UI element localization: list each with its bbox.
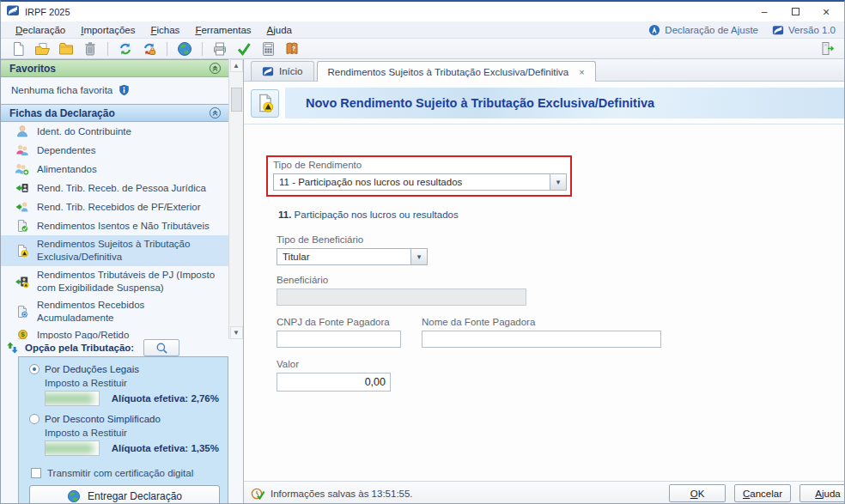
statusbar: Informações salvas às 13:51:55. OK Cance… — [244, 481, 844, 504]
imposto-restituir-value-redacted — [45, 440, 100, 456]
coin-hand-icon: $ — [15, 329, 29, 339]
scroll-up-icon[interactable]: ▲ — [230, 59, 243, 72]
green-blue-arrows-icon — [6, 341, 19, 355]
cnpj-label: CNPJ da Fonte Pagadora — [277, 317, 401, 327]
ok-button[interactable]: OK — [669, 484, 726, 502]
help-button[interactable]: Ajuda — [799, 484, 845, 502]
search-icon — [155, 342, 168, 355]
beneficiario-label: Beneficiário — [277, 275, 844, 285]
cnpj-input[interactable] — [277, 331, 401, 348]
form-body: Tipo de Rendimento 11 - Participação nos… — [244, 124, 844, 481]
page-title: Novo Rendimento Sujeito à Tributação Exc… — [285, 88, 844, 118]
green-arrow-document-warning-icon — [15, 275, 29, 288]
close-button[interactable]: × — [812, 3, 841, 21]
beneficiario-input — [277, 288, 526, 306]
tax-option-row: Opção pela Tributação: — [1, 339, 243, 356]
tabbar: Início Rendimentos Sujeitos à Tributação… — [244, 59, 844, 82]
entregar-declaracao-button[interactable]: Entregar Declaração — [29, 485, 220, 504]
chevron-down-icon[interactable]: ▾ — [550, 174, 566, 190]
globe-icon — [67, 489, 81, 503]
tab-rendimentos-exclusiva[interactable]: Rendimentos Sujeitos à Tributação Exclus… — [317, 61, 596, 82]
radio-deducoes-legais[interactable]: Por Deduções Legais — [29, 364, 219, 374]
menu-ferramentas[interactable]: Ferramentas — [187, 23, 258, 37]
valor-input[interactable] — [277, 373, 391, 392]
verify-icon[interactable] — [234, 39, 254, 58]
maximize-button[interactable] — [781, 3, 810, 21]
letter-a-badge-icon — [648, 24, 660, 36]
sidebar-scrollbar[interactable]: ▲ ▼ — [228, 59, 243, 339]
minimize-button[interactable]: – — [750, 3, 779, 21]
people-plus-icon — [15, 162, 29, 176]
irpf-logo-icon — [772, 24, 784, 36]
menu-importacoes[interactable]: Importações — [73, 23, 143, 37]
checkbox-icon[interactable] — [31, 468, 41, 478]
menu-fichas[interactable]: Fichas — [143, 23, 187, 37]
cancel-button[interactable]: Cancelar — [734, 484, 791, 502]
collapse-icon[interactable] — [209, 62, 222, 75]
help-book-icon[interactable]: ? — [282, 39, 302, 58]
tax-option-panel: Por Deduções Legais Imposto a Restituir … — [18, 356, 228, 504]
tipo-rendimento-select[interactable]: 11 - Participação nos lucros ou resultad… — [273, 173, 567, 191]
valor-label: Valor — [277, 359, 844, 369]
radio-desconto-simplificado[interactable]: Por Desconto Simplificado — [29, 414, 219, 424]
sidebar-item-imposto-pago[interactable]: $ Imposto Pago/Retido — [1, 326, 228, 339]
aliquota-efetiva-simplificado: Alíquota efetiva: 1,35% — [112, 443, 219, 453]
nome-fonte-input[interactable] — [422, 331, 661, 348]
transmit-declaration-icon[interactable] — [115, 39, 136, 58]
app-window: IRPF 2025 – × Declaração Importações Fic… — [0, 0, 845, 504]
scrollbar-thumb[interactable] — [231, 88, 242, 112]
aliquota-efetiva-deducoes: Alíquota efetiva: 2,76% — [112, 393, 219, 404]
print-icon[interactable] — [210, 39, 230, 58]
transmit-with-certificate-icon[interactable] — [139, 39, 160, 58]
new-declaration-icon[interactable] — [8, 39, 28, 58]
imposto-restituir-label: Imposto a Restituir — [45, 378, 219, 388]
document-check-icon — [15, 219, 29, 233]
sidebar-item-rend-trib-pj[interactable]: Rend. Trib. Receb. de Pessoa Jurídica — [1, 179, 228, 197]
sidebar-item-rend-trib-pf-exterior[interactable]: Rend. Trib. Recebidos de PF/Exterior — [1, 197, 228, 216]
scroll-down-icon[interactable]: ▼ — [230, 326, 243, 339]
sidebar-item-alimentandos[interactable]: Alimentandos — [1, 160, 228, 179]
radio-icon[interactable] — [29, 414, 40, 424]
status-message: Informações salvas às 13:51:55. — [251, 486, 413, 501]
tipo-beneficiario-label: Tipo de Beneficiário — [277, 234, 844, 245]
titlebar: IRPF 2025 – × — [1, 2, 844, 21]
exit-icon[interactable] — [817, 39, 837, 58]
sidebar-item-rend-acumulados[interactable]: Rendimentos Recebidos Acumuladamente — [1, 297, 228, 326]
collapse-icon[interactable] — [209, 106, 222, 119]
svg-text:?: ? — [292, 46, 295, 52]
sidebar: Favoritos Nenhuma ficha favorita Fichas … — [1, 59, 244, 504]
fichas-header[interactable]: Fichas da Declaração — [1, 104, 228, 122]
menu-ajuda[interactable]: Ajuda — [259, 23, 300, 37]
sidebar-item-rend-isentos[interactable]: Rendimentos Isentos e Não Tributáveis — [1, 216, 228, 235]
tipo-beneficiario-select[interactable]: Titular ▾ — [277, 248, 428, 265]
nome-fonte-label: Nome da Fonte Pagadora — [422, 317, 661, 327]
menu-declaracao[interactable]: Declaração — [8, 23, 73, 37]
delete-icon[interactable] — [80, 39, 100, 58]
chevron-down-icon[interactable]: ▾ — [410, 249, 427, 264]
green-arrow-person-icon — [15, 200, 29, 214]
calculator-icon[interactable] — [258, 39, 278, 58]
toolbar-separator — [107, 42, 108, 56]
version-badge: Versão 1.0 — [772, 24, 836, 36]
favorites-header[interactable]: Favoritos — [1, 59, 228, 77]
search-button[interactable] — [143, 339, 179, 356]
person-icon — [15, 124, 29, 138]
rendimento-descricao: 11. Participação nos lucros ou resultado… — [278, 209, 844, 220]
tipo-rendimento-highlight: Tipo de Rendimento 11 - Participação nos… — [266, 155, 572, 197]
scrollbar-track[interactable] — [230, 72, 243, 326]
radio-icon[interactable] — [29, 364, 40, 374]
tab-inicio[interactable]: Início — [251, 61, 314, 81]
sidebar-item-rend-pj-suspensa[interactable]: Rendimentos Tributáveis de PJ (Imposto c… — [1, 266, 228, 297]
menubar: Declaração Importações Fichas Ferramenta… — [1, 21, 844, 39]
imposto-restituir-value-redacted — [45, 391, 100, 406]
digital-certificate-checkbox-row[interactable]: Transmitir com certificação digital — [31, 468, 219, 478]
tax-option-label: Opção pela Tributação: — [25, 343, 134, 353]
sidebar-item-rend-exclusiva[interactable]: Rendimentos Sujeitos à Tributação Exclus… — [1, 235, 228, 266]
close-tab-icon[interactable]: × — [579, 67, 584, 77]
open-declaration-icon[interactable] — [32, 39, 52, 58]
sidebar-item-dependentes[interactable]: Dependentes — [1, 141, 228, 160]
online-services-icon[interactable] — [174, 39, 195, 58]
folder-icon[interactable] — [56, 39, 76, 58]
two-people-icon — [15, 143, 29, 157]
sidebar-item-ident-contribuinte[interactable]: Ident. do Contribuinte — [1, 122, 228, 141]
